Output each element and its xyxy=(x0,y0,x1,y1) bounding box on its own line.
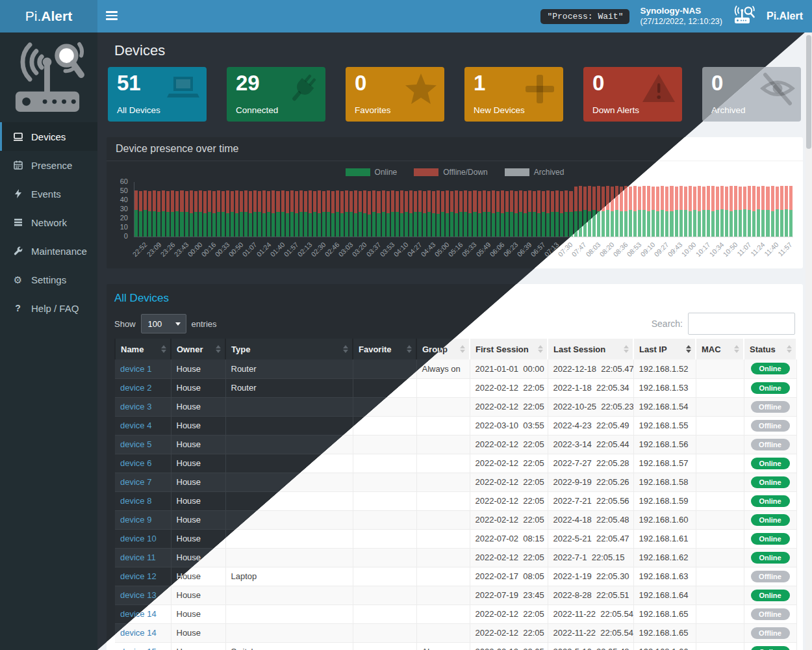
page-length-control: Show 100 entries xyxy=(114,314,217,333)
x-axis-label: 06:57 xyxy=(529,240,546,258)
sidebar-item-devices[interactable]: Devices xyxy=(0,122,97,151)
table-cell: 2022-02-12 22:05 xyxy=(470,473,548,491)
sidebar-item-label: Maintenance xyxy=(31,246,87,257)
device-link[interactable]: device 5 xyxy=(120,439,151,449)
sidebar-item-events[interactable]: Events xyxy=(0,179,97,208)
table-cell: 2022-11-22 22:05.54 xyxy=(548,604,633,623)
presence-bar xyxy=(565,190,568,237)
table-row: device 14House2022-02-12 22:052022-11-22… xyxy=(115,604,796,623)
sidebar-item-help[interactable]: ? Help / FAQ xyxy=(0,294,97,322)
presence-bar xyxy=(524,191,527,237)
device-link[interactable]: device 13 xyxy=(120,590,157,600)
presence-bar xyxy=(304,191,307,237)
device-link[interactable]: device 6 xyxy=(120,458,151,468)
card-favorites[interactable]: 0 Favorites xyxy=(346,67,444,122)
search-input[interactable] xyxy=(688,313,795,335)
device-link[interactable]: device 4 xyxy=(120,421,151,430)
sidebar-item-network[interactable]: Network xyxy=(0,208,97,237)
presence-bar xyxy=(240,191,243,237)
cell-name: device 3 xyxy=(115,397,171,416)
brand-logo[interactable]: Pi.Alert xyxy=(0,0,97,32)
table-cell: 2022-7-1 22:05.15 xyxy=(548,548,633,567)
presence-bar xyxy=(752,186,755,237)
column-header-favorite[interactable]: Favorite xyxy=(353,339,416,359)
table-cell: House xyxy=(171,397,225,416)
sort-icon xyxy=(734,345,739,353)
card-new-devices[interactable]: 1 New Devices xyxy=(464,67,563,122)
table-cell xyxy=(696,435,744,454)
status-badge: Online xyxy=(751,552,790,564)
x-axis-label: 10:17 xyxy=(694,240,711,258)
sidebar-item-presence[interactable]: Presence xyxy=(0,151,97,179)
device-link[interactable]: device 7 xyxy=(120,477,151,487)
legend-swatch-online xyxy=(346,168,370,176)
presence-bar xyxy=(405,191,408,237)
status-badge: Online xyxy=(751,363,790,374)
table-cell: House xyxy=(171,642,225,650)
column-header-last-ip[interactable]: Last IP xyxy=(633,339,696,359)
eye-slash-icon xyxy=(759,71,796,110)
column-header-last-session[interactable]: Last Session xyxy=(548,339,633,359)
entries-select[interactable]: 100 xyxy=(141,314,186,333)
x-axis-label: 02:30 xyxy=(309,240,327,258)
device-link[interactable]: device 8 xyxy=(120,496,151,506)
column-header-type[interactable]: Type xyxy=(225,339,353,359)
presence-bar xyxy=(432,191,435,237)
card-connected[interactable]: 29 Connected xyxy=(227,67,325,122)
presence-bar xyxy=(487,191,490,237)
x-axis-label: 10:34 xyxy=(707,240,725,258)
cell-name: device 12 xyxy=(115,567,171,586)
presence-bar xyxy=(313,191,316,237)
presence-bar xyxy=(226,190,229,237)
card-down-alerts[interactable]: 0 Down Alerts xyxy=(583,67,682,122)
device-link[interactable]: device 15 xyxy=(120,647,157,650)
card-all-devices[interactable]: 51 All Devices xyxy=(108,67,207,122)
cell-status: Online xyxy=(744,359,796,378)
device-link[interactable]: device 9 xyxy=(120,515,151,525)
entries-label: entries xyxy=(192,319,217,329)
host-info: Synology-NAS (27/12/2022, 12:10:23) xyxy=(640,6,722,27)
table-cell xyxy=(416,510,470,529)
presence-bar xyxy=(327,190,330,237)
card-value: 0 xyxy=(711,71,723,96)
presence-bar xyxy=(642,186,646,237)
device-link[interactable]: device 3 xyxy=(120,402,151,411)
cell-status: Online xyxy=(744,529,796,548)
cell-status: Online xyxy=(744,642,796,650)
presence-bar xyxy=(331,191,335,237)
presence-bar xyxy=(574,187,577,237)
vertical-scrollbar[interactable] xyxy=(806,32,812,650)
pialert-app: Pi.Alert "Process: Wait" Synology-NAS (2… xyxy=(0,0,812,650)
sidebar-item-maintenance[interactable]: Maintenance xyxy=(0,237,97,265)
process-status-badge: "Process: Wait" xyxy=(540,9,629,24)
x-axis-label: 00:00 xyxy=(186,240,203,258)
presence-bar xyxy=(153,190,156,237)
device-link[interactable]: device 14 xyxy=(120,628,157,638)
status-badge: Online xyxy=(751,590,790,601)
column-header-mac[interactable]: MAC xyxy=(696,339,744,359)
device-link[interactable]: device 1 xyxy=(120,364,151,374)
column-header-name[interactable]: Name xyxy=(115,339,171,359)
device-link[interactable]: device 12 xyxy=(120,571,157,581)
device-link[interactable]: device 11 xyxy=(120,552,156,562)
column-header-status[interactable]: Status xyxy=(744,339,796,359)
status-badge: Online xyxy=(751,533,790,545)
cell-name: device 5 xyxy=(115,435,171,454)
device-link[interactable]: device 2 xyxy=(120,383,151,393)
status-badge: Offline xyxy=(751,439,790,450)
sidebar-item-settings[interactable]: ⚙ Settings xyxy=(0,265,97,294)
hamburger-menu-button[interactable] xyxy=(106,11,118,22)
cell-status: Offline xyxy=(744,623,796,642)
x-axis-label: 22:52 xyxy=(131,240,149,258)
presence-bar xyxy=(569,191,572,237)
table-cell: 2022-02-12 22:05 xyxy=(470,548,548,567)
scrollbar-thumb[interactable] xyxy=(806,35,811,149)
table-cell xyxy=(225,604,353,623)
column-header-owner[interactable]: Owner xyxy=(171,339,225,359)
device-link[interactable]: device 10 xyxy=(120,534,157,543)
table-cell xyxy=(696,416,744,435)
column-header-first-session[interactable]: First Session xyxy=(470,339,548,359)
table-cell: House xyxy=(171,604,225,623)
table-cell xyxy=(696,586,744,604)
table-cell xyxy=(416,473,470,491)
